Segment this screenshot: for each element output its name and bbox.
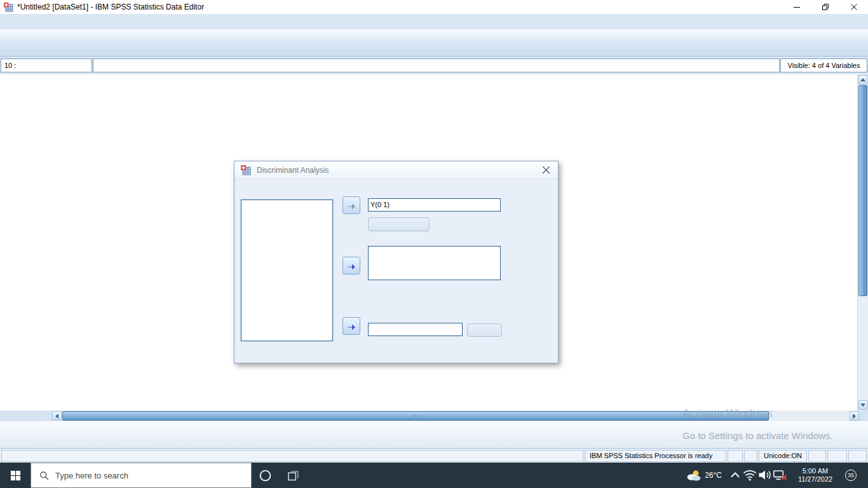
windows-taskbar: Type here to search 26°C 5:00 AM 11/27/2…: [0, 463, 868, 488]
menu-file[interactable]: [1, 19, 17, 24]
status-segment: [728, 450, 743, 462]
move-selection-arrow-button[interactable]: [342, 317, 360, 335]
cortana-button[interactable]: [252, 463, 278, 488]
minimize-button[interactable]: [782, 0, 811, 14]
task-view-icon: [287, 469, 300, 482]
spss-app-icon: [3, 2, 13, 12]
notification-count-badge: 35: [845, 470, 857, 481]
cell-reference: 10 :: [1, 58, 92, 72]
unicode-status: Unicode:ON: [759, 450, 807, 462]
move-independents-arrow-button[interactable]: [342, 257, 360, 274]
status-message: IBM SPSS Statistics Processor is ready: [585, 450, 726, 462]
discriminant-analysis-dialog: Discriminant Analysis Y(0 1): [234, 161, 559, 363]
title-bar: *Untitled2 [DataSet1] - IBM SPSS Statist…: [0, 0, 868, 14]
clock[interactable]: 5:00 AM 11/27/2022: [792, 467, 839, 484]
start-button[interactable]: [0, 463, 31, 488]
search-icon: [39, 470, 50, 481]
vertical-scroll-thumb[interactable]: [858, 85, 867, 296]
taskbar-search-box[interactable]: Type here to search: [31, 463, 252, 488]
wifi-icon[interactable]: [742, 469, 757, 481]
window-title: *Untitled2 [DataSet1] - IBM SPSS Statist…: [17, 3, 204, 11]
independents-list[interactable]: [368, 246, 501, 280]
window-controls: [782, 0, 868, 14]
visible-variables-label: Visible: 4 of 4 Variables: [780, 58, 867, 72]
notification-center-button[interactable]: 35: [843, 470, 864, 481]
menu-bar: [0, 14, 868, 29]
dialog-close-icon[interactable]: [542, 166, 552, 175]
cortana-icon: [258, 468, 273, 483]
scroll-up-arrow[interactable]: [858, 75, 867, 85]
clock-time: 5:00 AM: [792, 467, 839, 475]
weather-icon[interactable]: [686, 468, 702, 482]
chevron-up-icon[interactable]: [728, 468, 742, 482]
move-grouping-arrow-button[interactable]: [342, 196, 360, 214]
status-segment: [744, 450, 757, 462]
status-segment: [808, 450, 826, 462]
activate-windows-watermark: Activate Windows: [682, 407, 773, 421]
speaker-icon[interactable]: [757, 469, 773, 481]
scroll-down-arrow[interactable]: [858, 400, 867, 410]
temperature-label[interactable]: 26°C: [705, 471, 722, 480]
clock-date: 11/27/2022: [792, 475, 839, 484]
status-bar: IBM SPSS Statistics Processor is ready U…: [0, 448, 868, 463]
source-variable-list[interactable]: [241, 200, 333, 341]
toolbar: [0, 29, 868, 57]
grouping-variable-field[interactable]: Y(0 1): [368, 198, 501, 212]
windows-logo-icon: [10, 470, 22, 482]
cell-editor[interactable]: [93, 58, 780, 72]
dialog-title: Discriminant Analysis: [257, 166, 329, 175]
status-segment: [827, 450, 847, 462]
system-tray: 26°C 5:00 AM 11/27/2022 35: [686, 463, 868, 488]
cast-disconnected-icon[interactable]: [773, 469, 788, 481]
selection-variable-field[interactable]: [368, 323, 463, 336]
dialog-spss-icon: [240, 165, 251, 175]
search-placeholder: Type here to search: [55, 471, 128, 480]
cell-reference-bar: 10 : Visible: 4 of 4 Variables: [0, 57, 868, 74]
vertical-scrollbar[interactable]: [857, 74, 868, 410]
activate-windows-hint: Go to Settings to activate Windows.: [682, 430, 833, 441]
dialog-title-bar[interactable]: Discriminant Analysis: [234, 161, 558, 179]
scroll-right-arrow[interactable]: [850, 411, 859, 421]
value-button[interactable]: [467, 323, 502, 337]
define-range-button[interactable]: [368, 217, 430, 231]
status-segment: [1, 450, 583, 462]
status-segment: [848, 450, 867, 462]
close-button[interactable]: [839, 0, 868, 14]
restore-button[interactable]: [811, 0, 839, 14]
horizontal-scroll-thumb[interactable]: [62, 411, 769, 421]
scroll-left-arrow[interactable]: [52, 411, 62, 421]
task-view-button[interactable]: [278, 463, 308, 488]
